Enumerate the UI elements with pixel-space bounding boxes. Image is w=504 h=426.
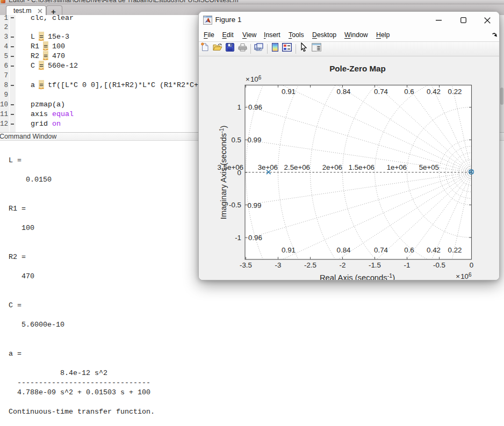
svg-text:0.5: 0.5 [231, 136, 241, 144]
svg-text:-2: -2 [339, 261, 345, 269]
svg-text:2e+06: 2e+06 [322, 163, 342, 171]
svg-text:5e+05: 5e+05 [419, 163, 438, 171]
svg-text:-3.5: -3.5 [240, 261, 252, 269]
svg-text:-0.5: -0.5 [433, 261, 445, 269]
svg-text:0.22: 0.22 [448, 246, 462, 254]
svg-text:-1: -1 [404, 261, 410, 269]
svg-text:2.5e+06: 2.5e+06 [284, 163, 309, 171]
svg-text:-1.5: -1.5 [369, 261, 381, 269]
svg-text:Imaginary Axis (seconds-1): Imaginary Axis (seconds-1) [218, 125, 228, 219]
svg-text:-1: -1 [235, 233, 241, 241]
svg-text:0.99: 0.99 [247, 135, 261, 143]
svg-text:1.5e+06: 1.5e+06 [348, 163, 374, 171]
svg-text:0.42: 0.42 [427, 87, 441, 95]
svg-text:0.74: 0.74 [374, 87, 388, 95]
svg-text:0: 0 [469, 261, 473, 269]
svg-text:3e+06: 3e+06 [257, 163, 277, 171]
svg-text:0.74: 0.74 [374, 246, 388, 254]
svg-text:3.5e+06: 3.5e+06 [217, 163, 243, 171]
svg-text:0.96: 0.96 [248, 234, 262, 242]
svg-text:0.91: 0.91 [282, 246, 296, 254]
svg-text:0.91: 0.91 [282, 87, 296, 95]
svg-text:0.42: 0.42 [427, 246, 441, 254]
svg-text:× 106: × 106 [246, 75, 262, 83]
svg-text:0.6: 0.6 [404, 87, 414, 95]
svg-text:0.6: 0.6 [404, 246, 414, 254]
svg-text:0.99: 0.99 [247, 201, 261, 209]
svg-text:0.84: 0.84 [336, 87, 350, 95]
svg-text:0.96: 0.96 [248, 103, 262, 111]
svg-text:-2.5: -2.5 [304, 261, 316, 269]
svg-text:-0.5: -0.5 [229, 201, 241, 209]
svg-text:1e+06: 1e+06 [386, 163, 406, 171]
svg-text:× 106: × 106 [456, 272, 472, 280]
svg-text:0.84: 0.84 [336, 246, 350, 254]
svg-text:-3: -3 [275, 261, 281, 269]
svg-text:1: 1 [237, 103, 241, 111]
svg-text:Real Axis (seconds-1): Real Axis (seconds-1) [319, 272, 394, 280]
svg-text:Pole-Zero Map: Pole-Zero Map [329, 63, 386, 73]
svg-text:0.22: 0.22 [448, 87, 462, 95]
